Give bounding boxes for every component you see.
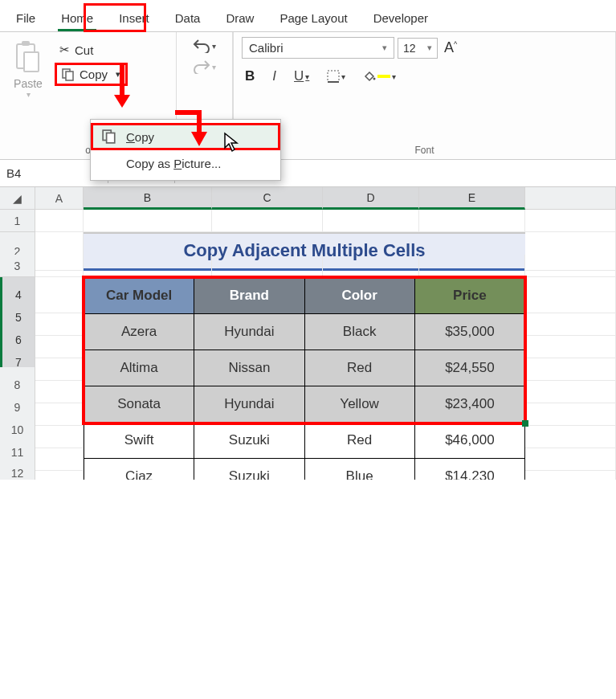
data-table[interactable]: Car Model Brand Color Price AzeraHyundai…	[84, 277, 525, 480]
col-color[interactable]: Color	[304, 278, 414, 314]
select-all-corner[interactable]: ◢	[0, 187, 35, 210]
font-size-value: 12	[403, 42, 416, 55]
clipboard-icon	[14, 40, 42, 74]
group-font-label: Font	[242, 143, 607, 157]
row-header-3[interactable]: 3	[0, 255, 35, 277]
table-header-row: Car Model Brand Color Price	[84, 278, 525, 314]
cut-label: Cut	[75, 43, 93, 57]
col-header-B[interactable]: B	[84, 187, 212, 210]
row-header-12[interactable]: 12	[0, 457, 35, 480]
chevron-down-icon[interactable]: ▾	[116, 69, 120, 80]
tab-file[interactable]: File	[3, 5, 48, 31]
undo-button[interactable]: ▾	[193, 39, 216, 53]
tab-data[interactable]: Data	[162, 5, 214, 31]
table-row[interactable]: CiazSuzukiBlue$14,230	[84, 459, 525, 480]
menu-item-copy-as-picture[interactable]: Copy as Picture...	[91, 150, 280, 177]
worksheet-grid[interactable]: ◢ A B C D E 1 2 Copy Adjacent Multiple C…	[0, 187, 616, 480]
cut-button[interactable]: ✂ Cut	[55, 40, 128, 59]
col-header-D[interactable]: D	[323, 187, 419, 210]
table-row[interactable]: SwiftSuzukiRed$46,000	[84, 423, 525, 459]
chevron-down-icon: ▾	[305, 72, 309, 81]
chevron-down-icon: ▾	[427, 43, 432, 53]
paste-button[interactable]: Paste ▾	[8, 37, 48, 102]
col-price[interactable]: Price	[414, 278, 524, 314]
svg-rect-1	[22, 41, 30, 46]
border-icon	[327, 70, 340, 83]
col-brand[interactable]: Brand	[194, 278, 304, 314]
col-header-E[interactable]: E	[419, 187, 525, 210]
svg-rect-4	[66, 72, 73, 80]
fill-color-button[interactable]: ▾	[360, 69, 399, 84]
font-grow-label: A	[444, 39, 454, 55]
table-row[interactable]: AzeraHyundaiBlack$35,000	[84, 314, 525, 350]
row-header-1[interactable]: 1	[0, 210, 35, 232]
undo-icon	[193, 39, 210, 53]
svg-rect-2	[24, 52, 39, 72]
chevron-down-icon: ▾	[27, 90, 31, 99]
underline-button[interactable]: U ▾	[291, 67, 312, 86]
table-row[interactable]: SonataHyundaiYellow$23,400	[84, 386, 525, 423]
tab-draw[interactable]: Draw	[213, 5, 267, 31]
scissors-icon: ✂	[59, 43, 70, 57]
font-name-select[interactable]: Calibri ▾	[242, 37, 394, 59]
name-box[interactable]: B4 ▾	[0, 166, 104, 181]
tab-insert[interactable]: Insert	[106, 5, 162, 31]
col-header-C[interactable]: C	[212, 187, 323, 210]
svg-rect-5	[328, 71, 339, 82]
chevron-down-icon: ▾	[392, 72, 396, 81]
svg-point-7	[373, 78, 376, 80]
chevron-down-icon: ▾	[212, 42, 216, 51]
name-box-value: B4	[6, 166, 21, 180]
bold-button[interactable]: B	[242, 67, 258, 86]
increase-font-button[interactable]: A^	[441, 38, 460, 58]
copy-icon	[102, 129, 116, 144]
redo-icon	[193, 59, 210, 74]
chevron-down-icon: ▾	[382, 43, 387, 53]
italic-button[interactable]: I	[269, 67, 279, 86]
chevron-down-icon: ▾	[341, 72, 345, 81]
col-header-blank[interactable]	[525, 187, 616, 210]
table-row[interactable]: AltimaNissanRed$24,550	[84, 350, 525, 386]
chevron-down-icon: ▾	[212, 63, 216, 72]
copy-icon	[62, 68, 75, 81]
border-button[interactable]: ▾	[324, 68, 349, 84]
copy-dropdown-menu: Copy Copy as Picture...	[90, 119, 281, 181]
tab-home[interactable]: Home	[48, 5, 106, 31]
copy-label: Copy	[80, 67, 108, 81]
tab-page-layout[interactable]: Page Layout	[267, 5, 360, 31]
copy-split-button[interactable]: Copy ▾	[55, 63, 128, 86]
font-name-value: Calibri	[249, 41, 284, 55]
fill-color-swatch	[377, 75, 390, 78]
col-model[interactable]: Car Model	[84, 278, 194, 314]
col-header-A[interactable]: A	[35, 187, 84, 210]
menu-item-copy[interactable]: Copy	[91, 123, 280, 150]
font-size-select[interactable]: 12 ▾	[398, 38, 438, 59]
ribbon-tabs: File Home Insert Data Draw Page Layout D…	[0, 0, 616, 31]
group-font: Calibri ▾ 12 ▾ A^ B I U ▾ ▾ ▾	[234, 32, 616, 159]
tab-developer[interactable]: Developer	[361, 5, 441, 31]
menu-item-copy-label: Copy	[126, 130, 154, 144]
redo-button[interactable]: ▾	[193, 59, 216, 74]
ribbon: Paste ▾ ✂ Cut Copy ▾ o	[0, 31, 616, 160]
paint-bucket-icon	[363, 71, 376, 82]
selection-fill-handle[interactable]	[522, 420, 528, 427]
paste-label: Paste	[14, 77, 43, 90]
svg-rect-14	[107, 133, 115, 143]
menu-item-copy-as-picture-label: Copy as Picture...	[126, 157, 221, 170]
